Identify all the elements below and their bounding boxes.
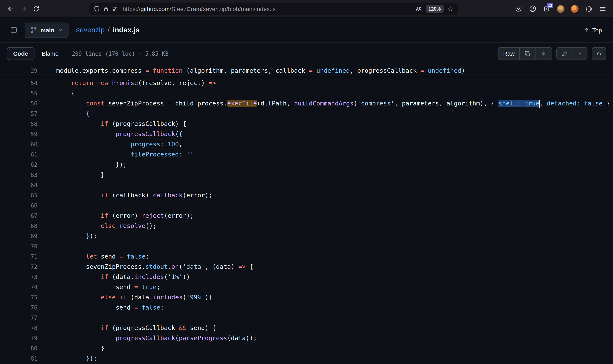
code-view: 29module.exports.compress = function (al… xyxy=(0,65,613,364)
line-number[interactable]: 59 xyxy=(0,129,38,139)
raw-button[interactable]: Raw xyxy=(499,48,520,60)
profile-avatar-button[interactable] xyxy=(569,3,581,15)
code-text: if (progressCallback) { xyxy=(38,119,186,129)
line-number[interactable]: 80 xyxy=(0,343,38,353)
copy-icon xyxy=(524,50,531,57)
forward-button[interactable] xyxy=(17,2,30,15)
line-number[interactable]: 73 xyxy=(0,272,38,282)
menu-button[interactable] xyxy=(597,3,609,15)
account-icon[interactable] xyxy=(527,3,539,15)
code-text xyxy=(38,241,56,251)
extension-badge-count: 13 xyxy=(547,3,553,8)
url-path: /SteezCram/sevenzip/blob/main/index.js xyxy=(170,5,276,12)
code-line: 58 if (progressCallback) { xyxy=(0,119,613,129)
address-bar[interactable]: https://github.com/SteezCram/sevenzip/bl… xyxy=(89,2,458,15)
line-number[interactable]: 29 xyxy=(0,65,38,76)
code-text: let send = false; xyxy=(38,251,149,261)
line-number[interactable]: 61 xyxy=(0,149,38,159)
code-text xyxy=(38,180,56,190)
code-text: }); xyxy=(38,231,97,241)
line-number[interactable]: 75 xyxy=(0,292,38,302)
download-icon xyxy=(541,50,547,57)
file-actions: Raw xyxy=(498,47,606,60)
tracking-protection-shield-icon[interactable] xyxy=(94,6,100,12)
pocket-icon[interactable] xyxy=(513,3,524,15)
code-line: 54 return new Promise((resolve, reject) … xyxy=(0,78,613,88)
monkey-emoji-icon xyxy=(557,5,564,13)
reload-button[interactable] xyxy=(30,2,42,15)
line-number[interactable]: 58 xyxy=(0,119,38,129)
line-number[interactable]: 77 xyxy=(0,312,38,323)
line-number[interactable]: 54 xyxy=(0,78,38,88)
tab-blame[interactable]: Blame xyxy=(35,47,65,60)
screen: https://github.com/SteezCram/sevenzip/bl… xyxy=(0,0,613,364)
code-line: 67 if (error) reject(error); xyxy=(0,210,613,221)
line-number[interactable]: 76 xyxy=(0,302,38,312)
line-number[interactable]: 72 xyxy=(0,261,38,272)
tab-code[interactable]: Code xyxy=(7,47,34,60)
code-line: 64 xyxy=(0,180,613,190)
breadcrumb-repo-link[interactable]: sevenzip xyxy=(76,26,105,34)
line-number[interactable]: 81 xyxy=(0,353,38,364)
line-number[interactable]: 65 xyxy=(0,190,38,200)
code-text: send = false; xyxy=(38,302,164,312)
line-number[interactable]: 57 xyxy=(0,108,38,119)
permissions-sliders-icon[interactable] xyxy=(112,6,118,12)
code-symbols-icon xyxy=(596,50,602,57)
monkey-emoji-extension-button[interactable] xyxy=(555,3,567,15)
extension-button[interactable]: 13 xyxy=(541,3,553,15)
code-line: 65 if (callback) callback(error); xyxy=(0,190,613,200)
branch-name: main xyxy=(41,26,54,33)
browser-extension-area: 13 xyxy=(513,3,609,15)
bookmark-star-icon[interactable]: ☆ xyxy=(447,5,453,12)
code-line: 71 let send = false; xyxy=(0,251,613,261)
code-text: return new Promise((resolve, reject) => xyxy=(38,78,216,88)
translate-icon[interactable] xyxy=(415,5,422,12)
back-button[interactable] xyxy=(4,2,17,15)
browser-toolbar: https://github.com/SteezCram/sevenzip/bl… xyxy=(0,0,613,18)
line-number[interactable]: 74 xyxy=(0,282,38,292)
line-number[interactable]: 68 xyxy=(0,221,38,231)
extensions-puzzle-button[interactable] xyxy=(583,3,595,15)
line-number[interactable]: 67 xyxy=(0,210,38,221)
code-text: const sevenZipProcess = child_process.ex… xyxy=(38,98,610,108)
line-number[interactable]: 78 xyxy=(0,323,38,333)
code-text: if (data.includes('1%')) xyxy=(38,272,190,282)
edit-dropdown-button[interactable] xyxy=(573,48,587,60)
line-number[interactable]: 69 xyxy=(0,231,38,241)
copy-raw-button[interactable] xyxy=(520,48,536,60)
download-raw-button[interactable] xyxy=(536,48,552,60)
line-number[interactable]: 79 xyxy=(0,333,38,343)
raw-copy-download-group: Raw xyxy=(498,47,552,60)
line-number[interactable]: 64 xyxy=(0,180,38,190)
lock-icon[interactable] xyxy=(103,6,109,12)
sidebar-panel-icon xyxy=(10,26,17,34)
line-number[interactable]: 55 xyxy=(0,88,38,98)
branch-selector[interactable]: main xyxy=(25,22,68,38)
line-number[interactable]: 71 xyxy=(0,251,38,261)
line-number[interactable]: 63 xyxy=(0,170,38,180)
code-line: 68 else resolve(); xyxy=(0,221,613,231)
code-text: progressCallback({ xyxy=(38,129,183,139)
symbols-panel-button[interactable] xyxy=(592,47,606,60)
pencil-icon xyxy=(561,50,568,57)
zoom-level-badge[interactable]: 120% xyxy=(426,5,443,13)
code-line: 59 progressCallback({ xyxy=(0,129,613,139)
scroll-to-top-button[interactable]: Top xyxy=(579,25,606,36)
edit-file-button[interactable] xyxy=(557,48,573,60)
raw-button-label: Raw xyxy=(503,50,515,57)
code-text: progressCallback(parseProgress(data)); xyxy=(38,333,257,343)
code-line: 77 xyxy=(0,312,613,323)
line-number[interactable]: 56 xyxy=(0,98,38,108)
line-number[interactable]: 62 xyxy=(0,159,38,170)
code-text xyxy=(38,312,56,323)
url-text: https://github.com/SteezCram/sevenzip/bl… xyxy=(123,5,276,12)
line-number[interactable]: 70 xyxy=(0,241,38,251)
line-number[interactable]: 66 xyxy=(0,200,38,210)
file-tree-toggle-button[interactable] xyxy=(7,23,20,37)
code-blame-segmented-control: Code Blame xyxy=(7,47,65,60)
code-text: if (error) reject(error); xyxy=(38,210,194,221)
code-line: 74 send = true; xyxy=(0,282,613,292)
code-line: 72 sevenZipProcess.stdout.on('data', (da… xyxy=(0,261,613,272)
line-number[interactable]: 60 xyxy=(0,139,38,149)
